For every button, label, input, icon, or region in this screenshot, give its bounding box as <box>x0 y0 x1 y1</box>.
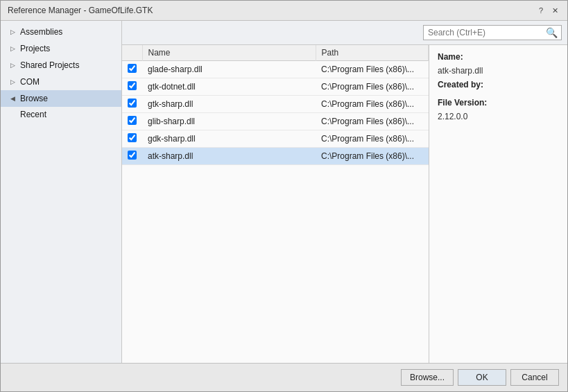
row-checkbox[interactable] <box>128 151 137 160</box>
row-checkbox[interactable] <box>128 116 137 125</box>
references-table: Name Path glade-sharp.dllC:\Program File… <box>122 45 429 165</box>
row-checkbox-cell <box>122 61 142 78</box>
table-row[interactable]: gtk-sharp.dllC:\Program Files (x86)\... <box>122 96 429 113</box>
assemblies-arrow: ▷ <box>10 28 17 35</box>
browse-arrow: ◀ <box>10 95 17 102</box>
ok-button[interactable]: OK <box>458 369 506 386</box>
table-row[interactable]: glib-sharp.dllC:\Program Files (x86)\... <box>122 113 429 130</box>
row-name: gtk-dotnet.dll <box>142 78 316 96</box>
sidebar-item-com[interactable]: ▷ COM <box>1 74 121 90</box>
row-path: C:\Program Files (x86)\... <box>316 96 429 113</box>
cancel-button[interactable]: Cancel <box>510 369 559 386</box>
row-name: atk-sharp.dll <box>142 148 316 165</box>
sidebar-item-browse[interactable]: ◀ Browse <box>1 90 121 107</box>
row-name: gdk-sharp.dll <box>142 130 316 148</box>
row-checkbox[interactable] <box>128 81 137 90</box>
file-version-value: 2.12.0.0 <box>438 112 559 121</box>
search-wrapper: 🔍 <box>423 25 562 40</box>
row-path: C:\Program Files (x86)\... <box>316 61 429 78</box>
sidebar-item-label: COM <box>20 77 40 87</box>
sidebar-item-label: Assemblies <box>20 27 62 37</box>
row-path: C:\Program Files (x86)\... <box>316 130 429 148</box>
name-label: Name: <box>438 52 559 62</box>
col-check <box>122 45 142 61</box>
details-panel: Name: atk-sharp.dll Created by: File Ver… <box>429 45 567 363</box>
projects-arrow: ▷ <box>10 45 17 52</box>
table-area: Name Path glade-sharp.dllC:\Program File… <box>122 45 429 363</box>
title-bar-controls: ? ✕ <box>535 5 560 16</box>
sidebar-item-projects[interactable]: ▷ Projects <box>1 40 121 57</box>
sidebar-item-label: Recent <box>20 110 46 119</box>
created-by-label: Created by: <box>438 80 559 90</box>
row-name: glade-sharp.dll <box>142 61 316 78</box>
browse-button[interactable]: Browse... <box>401 369 454 386</box>
row-checkbox-cell <box>122 78 142 96</box>
sidebar-item-assemblies[interactable]: ▷ Assemblies <box>1 24 121 40</box>
row-path: C:\Program Files (x86)\... <box>316 113 429 130</box>
row-checkbox-cell <box>122 130 142 148</box>
search-input[interactable] <box>424 26 542 40</box>
col-name: Name <box>142 45 316 61</box>
table-row[interactable]: gdk-sharp.dllC:\Program Files (x86)\... <box>122 130 429 148</box>
row-checkbox[interactable] <box>128 133 137 142</box>
shared-projects-arrow: ▷ <box>10 62 17 69</box>
name-value: atk-sharp.dll <box>438 66 559 76</box>
footer: Browse... OK Cancel <box>1 363 567 391</box>
sidebar: ▷ Assemblies ▷ Projects ▷ Shared Project… <box>1 21 122 363</box>
row-checkbox-cell <box>122 148 142 165</box>
col-path: Path <box>316 45 429 61</box>
com-arrow: ▷ <box>10 78 17 85</box>
window-title: Reference Manager - GameOfLife.GTK <box>8 6 153 15</box>
row-checkbox-cell <box>122 113 142 130</box>
row-checkbox-cell <box>122 96 142 113</box>
sidebar-item-label: Browse <box>20 94 48 103</box>
search-button[interactable]: 🔍 <box>542 26 561 40</box>
row-checkbox[interactable] <box>128 99 137 108</box>
sidebar-item-label: Shared Projects <box>20 60 79 70</box>
row-name: glib-sharp.dll <box>142 113 316 130</box>
title-bar: Reference Manager - GameOfLife.GTK ? ✕ <box>1 1 567 21</box>
row-checkbox[interactable] <box>128 64 137 73</box>
table-header-row: Name Path <box>122 45 429 61</box>
table-row[interactable]: gtk-dotnet.dllC:\Program Files (x86)\... <box>122 78 429 96</box>
row-path: C:\Program Files (x86)\... <box>316 78 429 96</box>
help-button[interactable]: ? <box>535 5 547 16</box>
close-button[interactable]: ✕ <box>549 5 560 16</box>
table-row[interactable]: atk-sharp.dllC:\Program Files (x86)\... <box>122 148 429 165</box>
search-bar: 🔍 <box>122 21 567 45</box>
table-row[interactable]: glade-sharp.dllC:\Program Files (x86)\..… <box>122 61 429 78</box>
file-version-label: File Version: <box>438 98 559 108</box>
sidebar-item-shared-projects[interactable]: ▷ Shared Projects <box>1 57 121 74</box>
main-content: ▷ Assemblies ▷ Projects ▷ Shared Project… <box>1 21 567 363</box>
row-path: C:\Program Files (x86)\... <box>316 148 429 165</box>
right-panel: 🔍 Name Path glad <box>122 21 567 363</box>
sidebar-item-recent[interactable]: Recent <box>1 107 121 122</box>
sidebar-item-label: Projects <box>20 44 50 53</box>
dialog: Reference Manager - GameOfLife.GTK ? ✕ ▷… <box>0 0 568 392</box>
row-name: gtk-sharp.dll <box>142 96 316 113</box>
